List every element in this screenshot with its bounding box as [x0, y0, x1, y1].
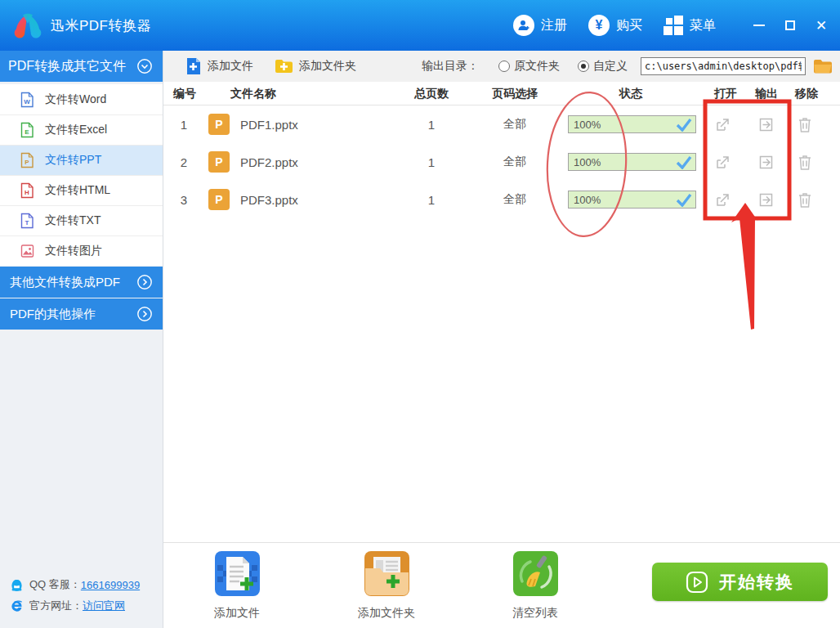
bottom-add-file-button[interactable]: 添加文件 [200, 550, 274, 621]
yen-icon: ¥ [588, 15, 610, 36]
app-title: 迅米PDF转换器 [51, 16, 151, 35]
open-output-icon[interactable] [757, 191, 775, 209]
qq-number-link[interactable]: 1661699939 [81, 579, 140, 591]
bottom-add-folder-label: 添加文件夹 [350, 606, 423, 621]
website-label: 官方网址： [29, 599, 83, 613]
radio-custom[interactable] [578, 61, 589, 72]
sidebar-item-label: 文件转TXT [45, 213, 101, 228]
sidebar-item-word[interactable]: W 文件转Word [0, 84, 163, 114]
file-name: PDF1.pptx [240, 118, 298, 132]
titlebar: 迅米PDF转换器 注册 ¥ 购买 菜单 ✕ [0, 0, 840, 51]
sidebar-group-other-to-pdf[interactable]: 其他文件转换成PDF [0, 267, 163, 298]
qq-penguin-icon [10, 578, 24, 592]
col-header-output: 输出 [755, 87, 778, 101]
sidebar: PDF转换成其它文件 W 文件转Word E [0, 51, 163, 628]
progress-value: 100% [574, 156, 601, 168]
buy-button[interactable]: ¥ 购买 [588, 15, 642, 36]
col-header-open: 打开 [714, 87, 737, 101]
svg-text:E: E [25, 128, 29, 136]
sidebar-item-excel[interactable]: E 文件转Excel [0, 114, 163, 145]
progress-value: 100% [574, 194, 601, 206]
sidebar-group-pdf-to-other[interactable]: PDF转换成其它文件 [0, 51, 163, 82]
bottom-clear-list-label: 清空列表 [498, 606, 572, 621]
sidebar-item-label: 文件转HTML [45, 183, 110, 198]
add-file-tile-icon [214, 550, 261, 597]
output-dir-label: 输出目录： [422, 59, 479, 74]
toolbar-add-folder-label: 添加文件夹 [299, 59, 356, 74]
check-icon [676, 193, 692, 207]
table-header: 编号 文件名称 总页数 页码选择 状态 打开 输出 移除 [163, 84, 840, 105]
output-path-input[interactable] [641, 57, 806, 75]
file-name: PDF2.pptx [240, 155, 298, 169]
sidebar-item-label: 文件转图片 [45, 244, 102, 258]
delete-icon[interactable] [797, 191, 813, 209]
page-count: 1 [380, 155, 483, 169]
app-window: 迅米PDF转换器 注册 ¥ 购买 菜单 ✕ PDF转换成其它文件 [0, 0, 840, 628]
minimize-button[interactable] [747, 0, 771, 51]
progress-bar: 100% [568, 191, 696, 209]
txt-doc-icon: T [20, 213, 34, 229]
col-header-remove: 移除 [795, 87, 818, 101]
open-file-icon[interactable] [714, 154, 731, 171]
ppt-file-badge: P [208, 114, 230, 135]
ie-browser-icon [10, 599, 24, 613]
sidebar-group-pdf-other-ops[interactable]: PDF的其他操作 [0, 298, 163, 330]
word-doc-icon: W [20, 92, 34, 108]
sidebar-group-label: PDF转换成其它文件 [8, 58, 126, 75]
sidebar-item-image[interactable]: 文件转图片 [0, 236, 163, 266]
page-range[interactable]: 全部 [483, 192, 547, 207]
open-output-icon[interactable] [757, 116, 775, 133]
row-number: 2 [163, 155, 204, 169]
chevron-down-circle-icon [136, 58, 153, 74]
row-number: 3 [163, 193, 204, 207]
sidebar-group-label: PDF的其他操作 [10, 307, 96, 322]
browse-folder-icon[interactable] [813, 58, 833, 74]
radio-custom-label[interactable]: 自定义 [593, 59, 628, 74]
sidebar-item-label: 文件转Excel [45, 123, 107, 137]
toolbar-add-folder-button[interactable]: 添加文件夹 [275, 59, 356, 74]
progress-value: 100% [574, 119, 601, 131]
qq-service-label: QQ 客服： [29, 577, 81, 592]
radio-original-folder-label[interactable]: 原文件夹 [514, 59, 560, 74]
chevron-right-circle-icon [136, 306, 153, 322]
close-button[interactable]: ✕ [809, 0, 833, 51]
file-name: PDF3.pptx [240, 193, 298, 207]
page-count: 1 [380, 118, 483, 132]
table-row: 2 P PDF2.pptx 1 全部 100% [163, 143, 840, 181]
maximize-button[interactable] [778, 0, 802, 51]
radio-original-folder[interactable] [498, 61, 510, 72]
main-panel: 添加文件 添加文件夹 输出目录： 原文件夹 自定义 [163, 51, 840, 628]
delete-icon[interactable] [797, 154, 813, 171]
sidebar-group-label: 其他文件转换成PDF [10, 275, 120, 290]
menu-label: 菜单 [690, 17, 716, 34]
row-number: 1 [163, 118, 204, 132]
bottom-clear-list-button[interactable]: 清空列表 [498, 550, 572, 621]
register-user-icon [513, 15, 534, 36]
progress-bar: 100% [568, 153, 696, 171]
toolbar-add-file-button[interactable]: 添加文件 [185, 57, 253, 75]
svg-text:H: H [25, 189, 29, 196]
open-file-icon[interactable] [714, 191, 731, 209]
sidebar-item-ppt[interactable]: P 文件转PPT [0, 145, 163, 175]
website-link[interactable]: 访问官网 [83, 599, 125, 613]
start-convert-button[interactable]: 开始转换 [652, 563, 828, 601]
bottom-add-folder-button[interactable]: 添加文件夹 [350, 550, 423, 621]
check-icon [676, 155, 692, 169]
svg-text:P: P [25, 159, 29, 166]
open-output-icon[interactable] [757, 154, 775, 171]
menu-button[interactable]: 菜单 [664, 16, 716, 35]
sidebar-item-txt[interactable]: T 文件转TXT [0, 205, 163, 236]
sidebar-footer: QQ 客服： 1661699939 官方网址： 访问官网 [10, 574, 140, 617]
open-file-icon[interactable] [714, 116, 731, 133]
bottom-add-file-label: 添加文件 [200, 606, 274, 621]
check-icon [676, 118, 692, 132]
svg-text:W: W [24, 98, 30, 105]
sidebar-item-label: 文件转Word [45, 92, 106, 107]
page-range[interactable]: 全部 [483, 155, 547, 169]
page-range[interactable]: 全部 [483, 117, 547, 132]
start-convert-label: 开始转换 [719, 571, 794, 594]
register-button[interactable]: 注册 [513, 15, 567, 36]
table-row: 3 P PDF3.pptx 1 全部 100% [163, 181, 840, 218]
sidebar-item-html[interactable]: H 文件转HTML [0, 175, 163, 205]
delete-icon[interactable] [797, 116, 813, 133]
